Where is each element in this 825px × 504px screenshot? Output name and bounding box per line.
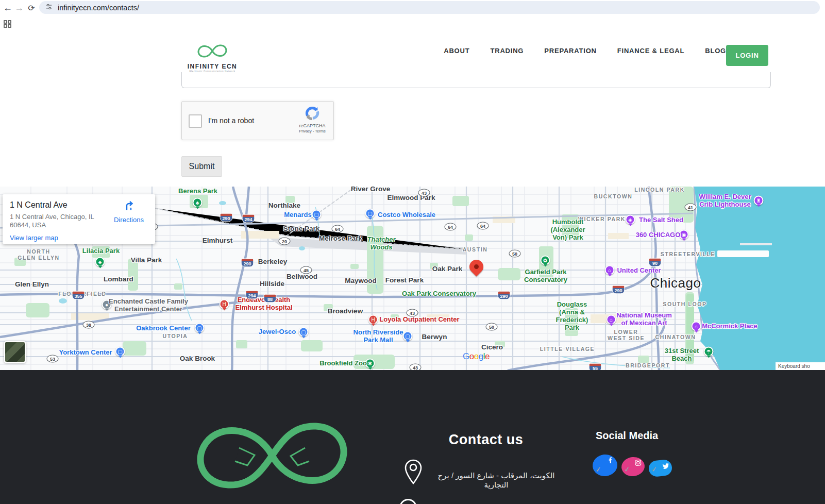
route-shield: 41 — [685, 204, 697, 211]
map-label-town: Villa Park — [131, 256, 162, 264]
shopping-bag-marker[interactable]: ▢ — [365, 209, 375, 219]
twitter-icon — [662, 462, 670, 472]
map-poi-label[interactable]: William E. Dever Crib Lighthouse — [699, 193, 751, 209]
map-poi-label[interactable]: Enchanted Castle Family Entertainment Ce… — [109, 298, 188, 313]
map-label-park: Humboldt (Alexander Von) Park — [550, 219, 585, 242]
nav-trading[interactable]: TRADING — [490, 47, 524, 55]
map-label-park: Lilacia Park — [82, 247, 120, 255]
message-field-bottom[interactable] — [181, 72, 771, 88]
recaptcha-privacy-terms[interactable]: Privacy - Terms — [296, 129, 328, 133]
map-poi-label[interactable]: United Center — [617, 267, 661, 275]
social-media-heading: Social Media — [596, 430, 658, 442]
route-shield: 290 — [220, 213, 233, 222]
map-poi-label[interactable]: National Museum of Mexican Art — [616, 312, 672, 327]
convention-center-marker[interactable]: ⌂ — [692, 322, 701, 331]
map-poi-label[interactable]: Costco Wholesale — [378, 211, 435, 219]
beach-marker[interactable]: ☂ — [704, 347, 714, 357]
map-poi-label[interactable]: Yorktown Center — [59, 349, 112, 357]
map-label-town: Berwyn — [422, 333, 447, 341]
site-settings-icon[interactable] — [45, 3, 53, 12]
map-label-town: Lombard — [104, 275, 133, 283]
route-shield: 294 — [246, 291, 259, 299]
view-larger-map-link[interactable]: View larger map — [10, 234, 58, 242]
footer-second-contact-icon — [399, 499, 417, 504]
route-shield: 20 — [279, 238, 291, 245]
route-shield: 90 — [649, 258, 662, 267]
map-label-town: Stone Park — [283, 225, 320, 233]
map-poi-label[interactable]: Jewel-Osco — [259, 328, 296, 336]
address-bar[interactable]: infinityecn.com/contacts/ — [39, 1, 820, 14]
check-icon: ✓ — [651, 465, 657, 474]
recaptcha-checkbox[interactable] — [189, 114, 202, 128]
map-label-district: BUCKTOWN — [594, 193, 632, 199]
route-shield: 88 — [264, 294, 277, 303]
map-poi-label[interactable]: Oakbrook Center — [136, 325, 190, 332]
map-poi-label[interactable]: Menards — [284, 211, 311, 219]
map-poi-label[interactable]: McCormick Place — [702, 323, 757, 330]
location-pin-icon — [403, 459, 423, 490]
lighthouse-marker[interactable]: ♜ — [754, 196, 764, 206]
route-shield: 45 — [300, 266, 312, 274]
instagram-link[interactable]: ✓ — [620, 456, 646, 478]
directions-label: Directions — [111, 216, 147, 224]
map-poi-label[interactable]: Brookfield Zoo — [319, 360, 367, 367]
park-tree-marker[interactable]: ♣ — [95, 257, 105, 267]
map-label-district: BRIDGEPORT — [626, 362, 670, 368]
park-tree-marker[interactable]: ♣ — [193, 198, 203, 208]
facebook-link[interactable]: ✓ — [592, 453, 618, 478]
keyboard-shortcuts-hint[interactable]: Keyboard sho — [776, 362, 825, 370]
map-label-park: Douglass (Anna & Frederick) Park — [556, 301, 588, 332]
page-footer: Contact us الكويت، المرقاب - شارع السور … — [0, 370, 825, 504]
bookmarks-bar — [0, 15, 825, 32]
directions-icon — [123, 205, 135, 213]
hospital-marker[interactable]: H — [220, 299, 229, 309]
map-poi-label[interactable]: Garfield Park Conservatory — [524, 268, 567, 284]
nav-finance-legal[interactable]: FINANCE & LEGAL — [617, 47, 684, 55]
url-text[interactable]: infinityecn.com/contacts/ — [58, 4, 139, 12]
shopping-bag-marker[interactable]: ▢ — [195, 323, 205, 333]
forward-icon[interactable]: → — [12, 1, 26, 14]
map-label-district: SOUTH LOOP — [663, 301, 706, 307]
satellite-toggle[interactable] — [4, 341, 26, 363]
instagram-icon — [634, 459, 643, 468]
google-map[interactable]: River GroveElmwood ParkNorthlakeStone Pa… — [0, 187, 825, 370]
footer-infinity-logo-icon — [190, 411, 355, 502]
stadium-marker[interactable]: ⌂ — [605, 265, 615, 275]
map-label-park: Berens Park — [178, 188, 217, 195]
google-logo: Google — [463, 351, 490, 362]
map-label-district: NORTH GLEN ELLYN — [18, 248, 60, 261]
shopping-bag-marker[interactable]: ▢ — [115, 347, 125, 357]
social-links: ✓ ✓ ✓ — [593, 455, 672, 476]
map-label-town: Elmhurst — [203, 237, 233, 245]
directions-button[interactable]: Directions — [111, 199, 147, 224]
map-poi-label[interactable]: The Salt Shed — [639, 216, 683, 224]
map-poi-label[interactable]: 360 CHICAGO — [636, 231, 681, 239]
map-poi-label[interactable]: 31st Street Beach — [665, 347, 699, 363]
main-nav: ABOUT TRADING PREPARATION FINANCE & LEGA… — [444, 47, 726, 55]
shopping-bag-marker[interactable]: ▢ — [312, 210, 322, 220]
nav-blog[interactable]: BLOG — [705, 47, 726, 55]
login-button[interactable]: LOGIN — [726, 45, 768, 66]
route-shield: 43 — [407, 309, 418, 317]
music-venue-marker[interactable]: ◈ — [626, 215, 635, 225]
apps-grid-icon[interactable] — [4, 20, 11, 30]
conservatory-flower-marker[interactable]: ✿ — [541, 256, 550, 265]
museum-marker[interactable]: ⌂ — [607, 315, 616, 325]
map-poi-label[interactable]: North Riverside Park Mall — [353, 329, 403, 344]
check-icon: ✓ — [595, 465, 601, 474]
hospital-marker[interactable]: H — [368, 315, 378, 325]
map-label-town: Oak Park — [432, 265, 463, 273]
nav-about[interactable]: ABOUT — [444, 47, 469, 55]
map-label-district: CHINATOWN — [655, 334, 696, 340]
route-shield: 355 — [72, 291, 85, 300]
reload-icon[interactable]: ⟳ — [25, 1, 38, 14]
map-poi-label[interactable]: Loyola Outpatient Center — [379, 316, 459, 324]
twitter-link[interactable]: ✓ — [648, 459, 673, 478]
nav-preparation[interactable]: PREPARATION — [544, 47, 597, 55]
facebook-icon — [606, 456, 615, 466]
map-label-town: Hillside — [260, 280, 284, 288]
shopping-cart-marker[interactable]: ▢ — [299, 327, 309, 337]
site-logo[interactable]: INFINITY ECN Electronic Communication Ne… — [181, 42, 243, 73]
shopping-bag-marker[interactable]: ▢ — [403, 331, 413, 341]
submit-button[interactable]: Submit — [181, 156, 222, 177]
